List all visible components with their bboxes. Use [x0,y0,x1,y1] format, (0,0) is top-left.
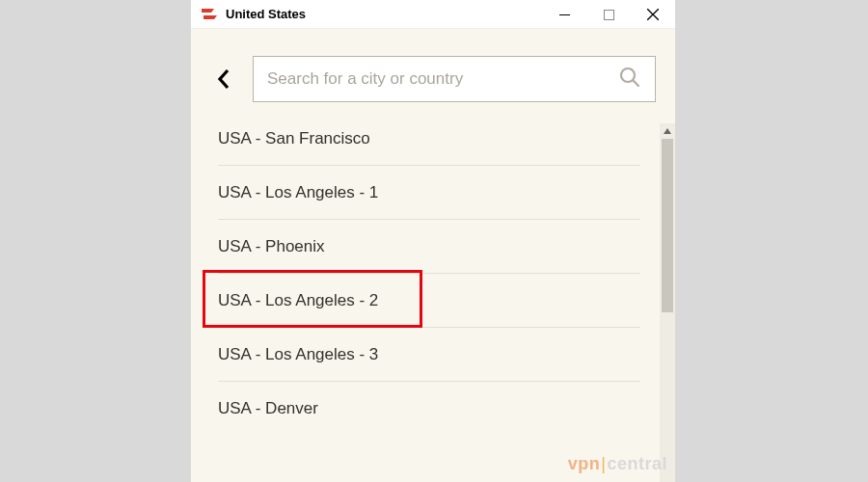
search-box[interactable] [253,56,656,102]
watermark: vpn | central [568,454,667,474]
minimize-button[interactable] [542,0,586,29]
search-row [191,29,675,123]
window-title: United States [226,7,306,21]
watermark-separator: | [601,454,606,474]
location-item[interactable]: USA - San Francisco [218,123,640,166]
svg-marker-6 [664,128,671,134]
location-item[interactable]: USA - Los Angeles - 2 [218,274,640,328]
app-window: United States USA - San FranciscoUSA - L… [191,0,675,482]
search-icon [618,66,641,93]
svg-line-5 [634,81,639,87]
expressvpn-icon [201,8,218,21]
svg-rect-1 [604,10,613,19]
location-list: USA - San FranciscoUSA - Los Angeles - 1… [191,123,660,482]
back-button[interactable] [210,66,237,93]
scrollbar-track[interactable] [660,123,675,482]
location-list-wrap: USA - San FranciscoUSA - Los Angeles - 1… [191,123,675,482]
search-input[interactable] [267,69,618,89]
location-item[interactable]: USA - Denver [218,382,640,435]
location-item[interactable]: USA - Los Angeles - 3 [218,328,640,382]
close-button[interactable] [631,0,675,29]
scroll-up-arrow-icon[interactable] [660,123,675,139]
watermark-right: central [607,454,667,474]
location-item[interactable]: USA - Phoenix [218,220,640,274]
scrollbar-thumb[interactable] [662,139,673,312]
titlebar: United States [191,0,675,29]
watermark-left: vpn [568,454,601,474]
window-controls [542,0,675,28]
maximize-button[interactable] [586,0,631,29]
titlebar-left: United States [201,7,542,21]
location-item[interactable]: USA - Los Angeles - 1 [218,166,640,220]
